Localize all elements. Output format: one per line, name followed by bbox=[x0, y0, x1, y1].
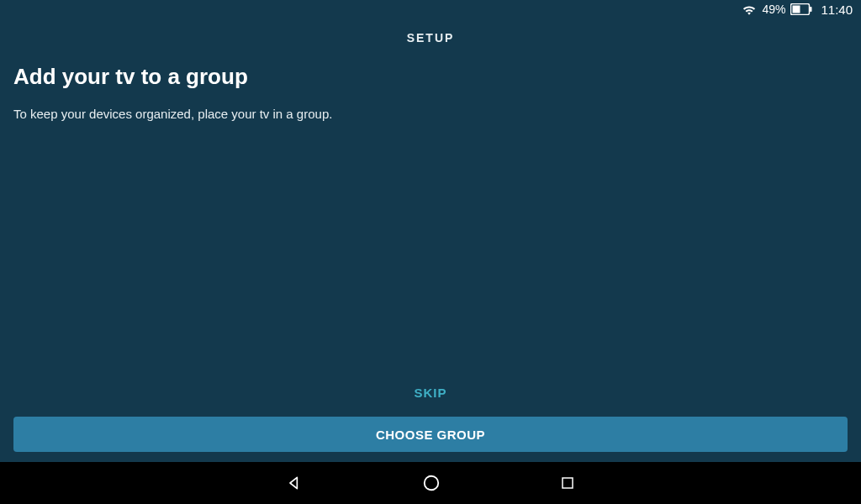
navigation-bar bbox=[0, 462, 861, 504]
header-label: SETUP bbox=[407, 31, 455, 45]
overview-button[interactable] bbox=[547, 469, 589, 497]
svg-rect-2 bbox=[810, 7, 812, 12]
svg-point-3 bbox=[425, 476, 439, 491]
svg-rect-4 bbox=[563, 478, 573, 488]
choose-group-button[interactable]: CHOOSE GROUP bbox=[13, 417, 848, 452]
screen: 49% 11:40 SETUP Add your tv to a group T… bbox=[0, 0, 861, 504]
svg-rect-1 bbox=[793, 6, 800, 13]
content: Add your tv to a group To keep your devi… bbox=[0, 62, 861, 386]
skip-button[interactable]: SKIP bbox=[414, 386, 446, 400]
overview-icon bbox=[560, 475, 575, 491]
back-button[interactable] bbox=[272, 468, 316, 498]
page-title: Add your tv to a group bbox=[13, 64, 848, 90]
battery-percentage: 49% bbox=[762, 3, 785, 16]
home-icon bbox=[422, 474, 441, 492]
header: SETUP bbox=[0, 18, 861, 62]
page-description: To keep your devices organized, place yo… bbox=[13, 105, 848, 123]
back-icon bbox=[286, 475, 303, 491]
wifi-icon bbox=[742, 3, 757, 15]
clock: 11:40 bbox=[821, 3, 853, 17]
actions: SKIP CHOOSE GROUP bbox=[0, 386, 861, 462]
status-bar: 49% 11:40 bbox=[0, 0, 861, 18]
battery-icon bbox=[790, 3, 812, 15]
home-button[interactable] bbox=[409, 467, 454, 499]
